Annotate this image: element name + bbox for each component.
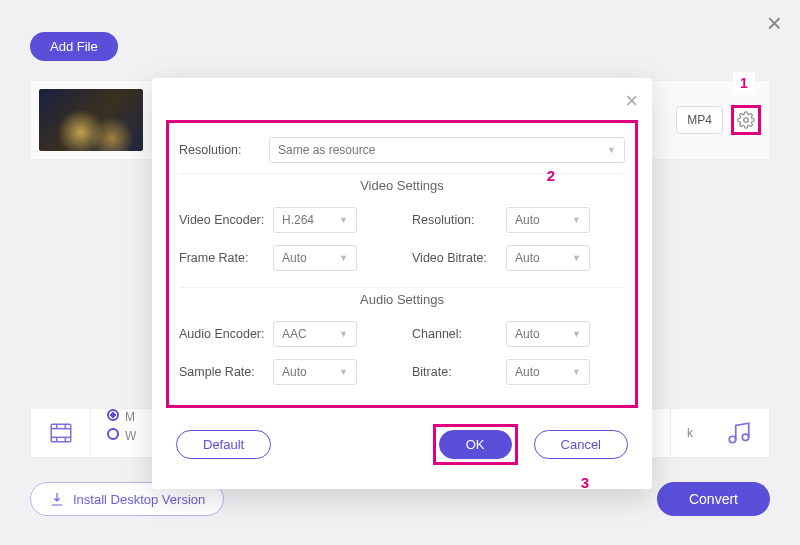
cancel-button[interactable]: Cancel <box>534 430 628 459</box>
annotation-3: 3 <box>574 471 596 493</box>
dialog-close-icon[interactable]: × <box>625 88 638 114</box>
chevron-down-icon: ▼ <box>572 253 581 263</box>
add-file-button[interactable]: Add File <box>30 32 118 61</box>
sample-rate-value: Auto <box>282 365 307 379</box>
video-bitrate-value: Auto <box>515 251 540 265</box>
svg-point-0 <box>744 118 749 123</box>
annotation-2: 2 <box>540 164 562 186</box>
audio-settings-heading: Audio Settings <box>179 292 625 307</box>
convert-button[interactable]: Convert <box>657 482 770 516</box>
settings-dialog: × 2 Resolution: Same as resource ▼ Video… <box>152 78 652 489</box>
video-encoder-label: Video Encoder: <box>179 213 273 227</box>
audio-encoder-select[interactable]: AAC▼ <box>273 321 357 347</box>
radio-option-1[interactable] <box>107 409 119 421</box>
film-icon <box>48 420 74 446</box>
audio-bitrate-value: Auto <box>515 365 540 379</box>
format-option-1-label: M <box>125 410 135 424</box>
default-button[interactable]: Default <box>176 430 271 459</box>
chevron-down-icon: ▼ <box>607 145 616 155</box>
audio-bitrate-label: Bitrate: <box>412 365 506 379</box>
sample-rate-label: Sample Rate: <box>179 365 273 379</box>
bottom-trailing: k <box>671 409 709 457</box>
divider <box>179 287 625 288</box>
chevron-down-icon: ▼ <box>572 367 581 377</box>
svg-rect-1 <box>51 424 71 441</box>
channel-select[interactable]: Auto▼ <box>506 321 590 347</box>
download-icon <box>49 491 65 507</box>
chevron-down-icon: ▼ <box>572 329 581 339</box>
gear-icon <box>737 111 755 129</box>
chevron-down-icon: ▼ <box>339 367 348 377</box>
install-desktop-label: Install Desktop Version <box>73 492 205 507</box>
chevron-down-icon: ▼ <box>339 215 348 225</box>
top-resolution-value: Same as resource <box>278 143 375 157</box>
chevron-down-icon: ▼ <box>339 329 348 339</box>
video-resolution-label: Resolution: <box>412 213 506 227</box>
radio-option-2[interactable] <box>107 428 119 440</box>
video-encoder-value: H.264 <box>282 213 314 227</box>
audio-bitrate-select[interactable]: Auto▼ <box>506 359 590 385</box>
music-icon[interactable] <box>726 420 752 446</box>
frame-rate-value: Auto <box>282 251 307 265</box>
annotation-1: 1 <box>733 72 755 94</box>
video-bitrate-select[interactable]: Auto▼ <box>506 245 590 271</box>
annotation-frame-2: Resolution: Same as resource ▼ Video Set… <box>166 120 638 408</box>
video-bitrate-label: Video Bitrate: <box>412 251 506 265</box>
video-encoder-select[interactable]: H.264▼ <box>273 207 357 233</box>
window-close-icon[interactable]: × <box>767 8 782 39</box>
channel-label: Channel: <box>412 327 506 341</box>
ok-button[interactable]: OK <box>439 430 512 459</box>
format-badge[interactable]: MP4 <box>676 106 723 134</box>
audio-encoder-label: Audio Encoder: <box>179 327 273 341</box>
top-resolution-select[interactable]: Same as resource ▼ <box>269 137 625 163</box>
video-resolution-value: Auto <box>515 213 540 227</box>
chevron-down-icon: ▼ <box>572 215 581 225</box>
audio-encoder-value: AAC <box>282 327 307 341</box>
top-resolution-label: Resolution: <box>179 143 269 157</box>
chevron-down-icon: ▼ <box>339 253 348 263</box>
frame-rate-select[interactable]: Auto▼ <box>273 245 357 271</box>
settings-gear-button[interactable] <box>731 105 761 135</box>
channel-value: Auto <box>515 327 540 341</box>
svg-point-9 <box>742 434 749 441</box>
format-option-2-label: W <box>125 429 136 443</box>
frame-rate-label: Frame Rate: <box>179 251 273 265</box>
video-thumbnail[interactable] <box>39 89 143 151</box>
svg-point-8 <box>729 436 736 443</box>
video-resolution-select[interactable]: Auto▼ <box>506 207 590 233</box>
sample-rate-select[interactable]: Auto▼ <box>273 359 357 385</box>
annotation-frame-3: OK <box>433 424 518 465</box>
